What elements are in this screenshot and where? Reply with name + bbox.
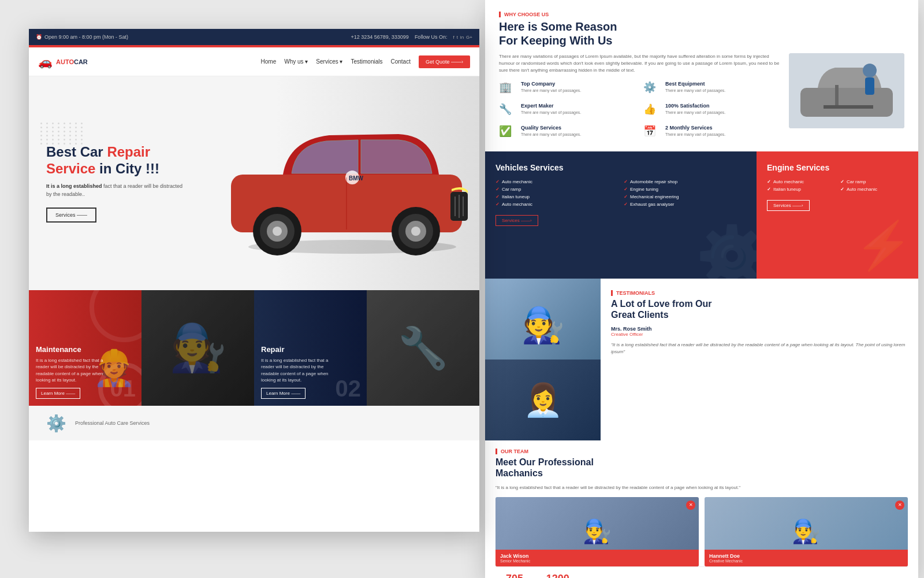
vehicle-item-6: Mechanical engineering (624, 194, 746, 199)
social-linkedin[interactable]: in (460, 35, 464, 40)
logo[interactable]: 🚗 AUTOCAR (38, 55, 88, 69)
why-title: Here is Some ReasonFor Keeping With Us (499, 20, 904, 47)
feature-monthly-text: 2 Monthly Services There are many vari o… (665, 125, 725, 138)
feature-desc-2: There are many vari of passages. (665, 88, 725, 94)
service3-content: Repair It is a long established fact tha… (254, 338, 367, 406)
navbar: 🚗 AUTOCAR Home Why us ▾ Services ▾ Testi… (29, 47, 479, 76)
stat-happy-clients: 705 Happy Clients (506, 573, 535, 578)
why-layout: There are many variations of passages of… (499, 53, 904, 142)
satisfaction-icon: 👍 (643, 103, 661, 120)
services-split-section: ⚙️ Vehicles Services Auto mechanic Autom… (485, 151, 918, 279)
feature-desc-5: There are many vari of passages. (521, 132, 581, 138)
testimonials-label: Testimonials (611, 290, 908, 296)
engine-item-4: Auto mechanic (840, 187, 908, 192)
why-label: Why Choose Us (499, 12, 904, 17)
feature-desc-4: There are many vari of passages. (665, 110, 725, 116)
testimonial-title: A Lot of Love from OurGreat Clients (611, 298, 908, 320)
vehicle-item-7: Auto mechanic (495, 202, 618, 207)
feature-satisfaction-text: 100% Satisfaction There are many vari of… (665, 103, 725, 116)
team-cards: 👨‍🔧 Jack Wison Senior Mechanic ✕ 👨‍🔧 Han… (495, 497, 908, 566)
stat-vehicles-repair: 1200 Vehicles Repair (546, 573, 579, 578)
svg-point-19 (863, 64, 877, 77)
nav-testimonials[interactable]: Testimonials (351, 58, 382, 65)
engine-item-3: Italian tuneup (767, 187, 834, 192)
feature-title-4: 100% Satisfaction (665, 103, 725, 109)
stat-number-1: 705 (506, 573, 535, 578)
vehicles-title: Vehicles Services (495, 163, 746, 172)
team-card-close-1[interactable]: ✕ (686, 501, 695, 510)
nav-why[interactable]: Why us ▾ (284, 58, 308, 65)
vehicle-item-5: Italian tuneup (495, 194, 618, 199)
engine-title: Engine Services (767, 163, 908, 172)
why-image (789, 53, 904, 128)
team-role-2: Creative Mechanic (709, 559, 903, 563)
testimonial-photos: 🧑‍🔧 👩‍💼 (485, 279, 601, 440)
services-button[interactable]: Services —— (46, 208, 96, 223)
team-member-emoji-1: 👨‍🔧 (583, 518, 612, 545)
feature-desc-1: There are many vari of passages. (521, 88, 581, 94)
testimonial-role: Creative Officer (611, 332, 908, 337)
feature-title-5: Quality Services (521, 125, 581, 131)
social-twitter[interactable]: t (457, 35, 458, 40)
svg-rect-21 (835, 85, 839, 108)
feature-expert-maker: 🔧 Expert Maker There are many vari of pa… (499, 103, 639, 120)
left-page: ⏰ Open 9:00 am - 8:00 pm (Mon - Sat) +12… (29, 29, 479, 532)
bottom-partial: ⚙️ Professional Auto Care Services (29, 406, 479, 440)
service1-desc: It is a long established fact that a rea… (36, 357, 111, 383)
professional-emoji: 👩‍💼 (523, 381, 563, 419)
team-desc: "It is a long established fact that a re… (495, 484, 908, 491)
vehicles-services-button[interactable]: Services ——› (495, 215, 538, 226)
team-name-1: Jack Wison (500, 553, 694, 559)
topbar-social: f t in G+ (453, 35, 472, 40)
service1-learn-button[interactable]: Learn More —— (36, 388, 80, 399)
service3-desc: It is a long established fact that a rea… (261, 357, 336, 383)
why-choose-section: Why Choose Us Here is Some ReasonFor Kee… (485, 0, 918, 151)
team-role-1: Senior Mechanic (500, 559, 694, 563)
service1-content: Maintenance It is a long established fac… (29, 338, 141, 406)
team-card-info-1: Jack Wison Senior Mechanic (495, 550, 699, 566)
svg-point-5 (273, 227, 282, 236)
why-features-grid: There are many variations of passages of… (499, 53, 783, 142)
vehicle-item-4: Engine tuning (624, 187, 746, 192)
logo-icon: 🚗 (38, 55, 53, 69)
team-card-2: 👨‍🔧 Hannett Doe Creative Mechanic ✕ (705, 497, 908, 566)
get-quote-button[interactable]: Get Quote ——› (419, 55, 470, 68)
feature-best-equipment-text: Best Equipment There are many vari of pa… (665, 81, 725, 94)
features-grid: 🏢 Top Company There are many vari of pas… (499, 81, 783, 142)
service3-learn-button[interactable]: Learn More —— (261, 388, 305, 399)
stat-number-2: 1200 (546, 573, 579, 578)
feature-monthly: 📅 2 Monthly Services There are many vari… (643, 125, 783, 142)
engine-item-2: Car ramp (840, 179, 908, 184)
service-card-bg: 🧑‍🔧 (141, 290, 254, 406)
hero-title-red: Repair (107, 144, 150, 160)
vehicle-item-3: Car ramp (495, 187, 618, 192)
nav-links: Home Why us ▾ Services ▾ Testimonials Co… (261, 55, 470, 68)
team-label: Our Team (495, 449, 908, 454)
nav-home[interactable]: Home (261, 58, 277, 65)
vehicle-item-2: Automobile repair shop (624, 179, 746, 184)
photo-overlay (141, 290, 254, 406)
svg-text:BMW: BMW (349, 175, 364, 181)
hero-content: Best Car Repair Service in City !!! It i… (29, 144, 202, 223)
team-card-info-2: Hannett Doe Creative Mechanic (705, 550, 908, 566)
svg-rect-20 (865, 77, 874, 95)
hero-title-part2: in City !!! (95, 161, 159, 176)
hero-subtitle: It is a long established fact that a rea… (46, 183, 185, 198)
stats-section: 705 Happy Clients 1200 Vehicles Repair (495, 566, 908, 578)
team-card-close-2[interactable]: ✕ (895, 501, 904, 510)
feature-top-company-text: Top Company There are many vari of passa… (521, 81, 581, 94)
svg-point-9 (411, 227, 420, 236)
nav-contact[interactable]: Contact (391, 58, 411, 65)
social-google[interactable]: G+ (466, 35, 472, 40)
monthly-icon: 📅 (643, 125, 661, 142)
quality-icon: ✅ (499, 125, 516, 142)
social-facebook[interactable]: f (453, 35, 454, 40)
engine-services-button[interactable]: Services ——› (767, 200, 810, 211)
vehicles-services: ⚙️ Vehicles Services Auto mechanic Autom… (485, 151, 757, 279)
service-card-maintenance: Maintenance It is a long established fac… (29, 290, 141, 406)
nav-services[interactable]: Services ▾ (316, 58, 342, 65)
testimonial-quote: "It is a long established fact that a re… (611, 342, 908, 355)
feature-desc-6: There are many vari of passages. (665, 132, 725, 138)
topbar: ⏰ Open 9:00 am - 8:00 pm (Mon - Sat) +12… (29, 29, 479, 45)
hero-title-red2: Service (46, 161, 95, 176)
